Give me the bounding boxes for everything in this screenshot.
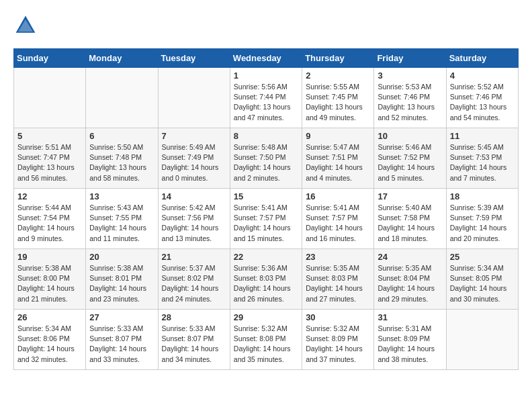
day-number: 12 bbox=[17, 191, 82, 201]
day-cell: 14Sunrise: 5:42 AMSunset: 7:56 PMDayligh… bbox=[158, 189, 230, 249]
day-cell: 9Sunrise: 5:47 AMSunset: 7:51 PMDaylight… bbox=[302, 128, 374, 189]
day-cell: 5Sunrise: 5:51 AMSunset: 7:47 PMDaylight… bbox=[14, 128, 86, 189]
day-number: 9 bbox=[306, 131, 370, 141]
day-info: Sunrise: 5:42 AMSunset: 7:56 PMDaylight:… bbox=[162, 203, 226, 244]
day-cell: 31Sunrise: 5:31 AMSunset: 8:09 PMDayligh… bbox=[374, 310, 446, 370]
day-number: 13 bbox=[89, 191, 154, 201]
weekday-header-row: SundayMondayTuesdayWednesdayThursdayFrid… bbox=[14, 49, 519, 68]
day-number: 15 bbox=[234, 191, 298, 201]
day-number: 31 bbox=[378, 312, 442, 322]
day-cell: 21Sunrise: 5:37 AMSunset: 8:02 PMDayligh… bbox=[158, 249, 230, 310]
day-info: Sunrise: 5:41 AMSunset: 7:57 PMDaylight:… bbox=[234, 203, 298, 244]
day-cell: 6Sunrise: 5:50 AMSunset: 7:48 PMDaylight… bbox=[86, 128, 158, 189]
day-info: Sunrise: 5:34 AMSunset: 8:06 PMDaylight:… bbox=[17, 324, 82, 365]
day-cell: 29Sunrise: 5:32 AMSunset: 8:08 PMDayligh… bbox=[230, 310, 302, 370]
day-number: 17 bbox=[378, 191, 442, 201]
day-info: Sunrise: 5:56 AMSunset: 7:44 PMDaylight:… bbox=[234, 82, 298, 123]
day-info: Sunrise: 5:41 AMSunset: 7:57 PMDaylight:… bbox=[306, 203, 370, 244]
day-number: 11 bbox=[450, 131, 515, 141]
logo bbox=[13, 13, 40, 38]
day-info: Sunrise: 5:49 AMSunset: 7:49 PMDaylight:… bbox=[162, 142, 226, 183]
day-cell bbox=[158, 68, 230, 128]
day-cell bbox=[86, 68, 158, 128]
week-row-4: 19Sunrise: 5:38 AMSunset: 8:00 PMDayligh… bbox=[14, 249, 519, 310]
day-cell: 3Sunrise: 5:53 AMSunset: 7:46 PMDaylight… bbox=[374, 68, 446, 128]
day-info: Sunrise: 5:52 AMSunset: 7:46 PMDaylight:… bbox=[450, 82, 515, 123]
day-number: 23 bbox=[306, 252, 370, 262]
day-number: 1 bbox=[234, 71, 298, 81]
weekday-header-tuesday: Tuesday bbox=[158, 49, 230, 68]
day-cell: 4Sunrise: 5:52 AMSunset: 7:46 PMDaylight… bbox=[446, 68, 518, 128]
day-number: 29 bbox=[234, 312, 298, 322]
logo-icon bbox=[13, 13, 38, 38]
day-number: 30 bbox=[306, 312, 370, 322]
day-number: 4 bbox=[450, 71, 515, 81]
day-info: Sunrise: 5:32 AMSunset: 8:08 PMDaylight:… bbox=[234, 324, 298, 365]
day-info: Sunrise: 5:43 AMSunset: 7:55 PMDaylight:… bbox=[89, 203, 154, 244]
day-info: Sunrise: 5:53 AMSunset: 7:46 PMDaylight:… bbox=[378, 82, 442, 123]
day-number: 22 bbox=[234, 252, 298, 262]
page-header bbox=[13, 13, 519, 38]
day-number: 18 bbox=[450, 191, 515, 201]
calendar-table: SundayMondayTuesdayWednesdayThursdayFrid… bbox=[13, 48, 519, 370]
day-info: Sunrise: 5:35 AMSunset: 8:03 PMDaylight:… bbox=[306, 263, 370, 304]
day-info: Sunrise: 5:47 AMSunset: 7:51 PMDaylight:… bbox=[306, 142, 370, 183]
day-cell: 26Sunrise: 5:34 AMSunset: 8:06 PMDayligh… bbox=[14, 310, 86, 370]
day-info: Sunrise: 5:38 AMSunset: 8:00 PMDaylight:… bbox=[17, 263, 82, 304]
day-info: Sunrise: 5:34 AMSunset: 8:05 PMDaylight:… bbox=[450, 263, 515, 304]
weekday-header-thursday: Thursday bbox=[302, 49, 374, 68]
day-info: Sunrise: 5:33 AMSunset: 8:07 PMDaylight:… bbox=[89, 324, 154, 365]
day-cell: 1Sunrise: 5:56 AMSunset: 7:44 PMDaylight… bbox=[230, 68, 302, 128]
day-cell bbox=[446, 310, 518, 370]
day-info: Sunrise: 5:55 AMSunset: 7:45 PMDaylight:… bbox=[306, 82, 370, 123]
day-info: Sunrise: 5:48 AMSunset: 7:50 PMDaylight:… bbox=[234, 142, 298, 183]
day-cell: 12Sunrise: 5:44 AMSunset: 7:54 PMDayligh… bbox=[14, 189, 86, 249]
day-cell: 22Sunrise: 5:36 AMSunset: 8:03 PMDayligh… bbox=[230, 249, 302, 310]
day-info: Sunrise: 5:50 AMSunset: 7:48 PMDaylight:… bbox=[89, 142, 154, 183]
day-cell: 19Sunrise: 5:38 AMSunset: 8:00 PMDayligh… bbox=[14, 249, 86, 310]
day-cell: 13Sunrise: 5:43 AMSunset: 7:55 PMDayligh… bbox=[86, 189, 158, 249]
day-info: Sunrise: 5:32 AMSunset: 8:09 PMDaylight:… bbox=[306, 324, 370, 365]
day-number: 6 bbox=[89, 131, 154, 141]
day-cell: 28Sunrise: 5:33 AMSunset: 8:07 PMDayligh… bbox=[158, 310, 230, 370]
day-info: Sunrise: 5:33 AMSunset: 8:07 PMDaylight:… bbox=[162, 324, 226, 365]
day-cell: 17Sunrise: 5:40 AMSunset: 7:58 PMDayligh… bbox=[374, 189, 446, 249]
day-cell: 7Sunrise: 5:49 AMSunset: 7:49 PMDaylight… bbox=[158, 128, 230, 189]
day-number: 24 bbox=[378, 252, 442, 262]
week-row-1: 1Sunrise: 5:56 AMSunset: 7:44 PMDaylight… bbox=[14, 68, 519, 128]
weekday-header-saturday: Saturday bbox=[446, 49, 518, 68]
day-number: 7 bbox=[162, 131, 226, 141]
day-info: Sunrise: 5:39 AMSunset: 7:59 PMDaylight:… bbox=[450, 203, 515, 244]
day-number: 27 bbox=[89, 312, 154, 322]
day-cell: 15Sunrise: 5:41 AMSunset: 7:57 PMDayligh… bbox=[230, 189, 302, 249]
week-row-3: 12Sunrise: 5:44 AMSunset: 7:54 PMDayligh… bbox=[14, 189, 519, 249]
day-cell: 10Sunrise: 5:46 AMSunset: 7:52 PMDayligh… bbox=[374, 128, 446, 189]
day-number: 20 bbox=[89, 252, 154, 262]
day-number: 28 bbox=[162, 312, 226, 322]
day-cell: 24Sunrise: 5:35 AMSunset: 8:04 PMDayligh… bbox=[374, 249, 446, 310]
day-number: 21 bbox=[162, 252, 226, 262]
day-info: Sunrise: 5:46 AMSunset: 7:52 PMDaylight:… bbox=[378, 142, 442, 183]
day-cell: 27Sunrise: 5:33 AMSunset: 8:07 PMDayligh… bbox=[86, 310, 158, 370]
day-info: Sunrise: 5:44 AMSunset: 7:54 PMDaylight:… bbox=[17, 203, 82, 244]
weekday-header-friday: Friday bbox=[374, 49, 446, 68]
day-number: 14 bbox=[162, 191, 226, 201]
day-number: 19 bbox=[17, 252, 82, 262]
day-info: Sunrise: 5:31 AMSunset: 8:09 PMDaylight:… bbox=[378, 324, 442, 365]
day-number: 8 bbox=[234, 131, 298, 141]
day-info: Sunrise: 5:36 AMSunset: 8:03 PMDaylight:… bbox=[234, 263, 298, 304]
day-info: Sunrise: 5:45 AMSunset: 7:53 PMDaylight:… bbox=[450, 142, 515, 183]
day-cell: 20Sunrise: 5:38 AMSunset: 8:01 PMDayligh… bbox=[86, 249, 158, 310]
day-info: Sunrise: 5:37 AMSunset: 8:02 PMDaylight:… bbox=[162, 263, 226, 304]
weekday-header-sunday: Sunday bbox=[14, 49, 86, 68]
day-cell: 16Sunrise: 5:41 AMSunset: 7:57 PMDayligh… bbox=[302, 189, 374, 249]
day-number: 16 bbox=[306, 191, 370, 201]
day-number: 3 bbox=[378, 71, 442, 81]
day-cell: 8Sunrise: 5:48 AMSunset: 7:50 PMDaylight… bbox=[230, 128, 302, 189]
day-cell: 23Sunrise: 5:35 AMSunset: 8:03 PMDayligh… bbox=[302, 249, 374, 310]
day-info: Sunrise: 5:38 AMSunset: 8:01 PMDaylight:… bbox=[89, 263, 154, 304]
day-number: 5 bbox=[17, 131, 82, 141]
day-cell bbox=[14, 68, 86, 128]
day-number: 2 bbox=[306, 71, 370, 81]
week-row-2: 5Sunrise: 5:51 AMSunset: 7:47 PMDaylight… bbox=[14, 128, 519, 189]
